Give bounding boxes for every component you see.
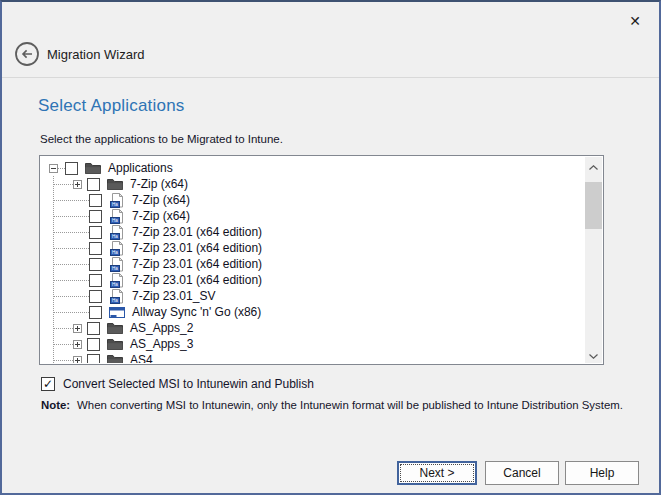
folder-icon — [107, 337, 123, 352]
tree-row[interactable]: AS4 — [41, 352, 585, 363]
back-arrow-icon — [14, 55, 40, 70]
msi-icon: Ha — [109, 225, 125, 240]
msi-icon: Ha — [109, 257, 125, 272]
msi-icon: Ha — [109, 289, 125, 304]
tree-item-label: 7-Zip 23.01 (x64 edition) — [132, 225, 262, 239]
tree-row[interactable]: AS_Apps_3 — [41, 336, 585, 352]
app-icon — [109, 305, 125, 320]
tree-checkbox[interactable] — [89, 274, 102, 287]
tree-item-label: 7-Zip (x64) — [130, 177, 188, 191]
expand-toggle-icon[interactable] — [73, 340, 82, 349]
tree-connector — [54, 344, 73, 345]
svg-text:Ha: Ha — [112, 298, 118, 303]
tree-item-label: 7-Zip 23.01 (x64 edition) — [132, 241, 262, 255]
msi-icon: Ha — [109, 193, 125, 208]
convert-option-row: ✓ Convert Selected MSI to Intunewin and … — [41, 377, 314, 391]
tree-connector — [54, 200, 89, 201]
tree-connector — [54, 232, 89, 233]
tree-item-label: AS4 — [130, 353, 153, 363]
tree-row[interactable]: Ha7-Zip 23.01 (x64 edition) — [41, 224, 585, 240]
convert-checkbox[interactable]: ✓ — [41, 377, 55, 391]
tree-item-label: Applications — [108, 161, 173, 175]
msi-icon: Ha — [109, 273, 125, 288]
tree-connector — [54, 328, 73, 329]
tree-item-label: AS_Apps_3 — [130, 337, 193, 351]
svg-text:Ha: Ha — [112, 218, 118, 223]
tree-item-label: 7-Zip (x64) — [132, 209, 190, 223]
applications-tree: Applications7-Zip (x64)Ha7-Zip (x64)Ha7-… — [41, 157, 585, 363]
tree-row[interactable]: Ha7-Zip (x64) — [41, 208, 585, 224]
tree-checkbox[interactable] — [89, 194, 102, 207]
tree-row[interactable]: Applications — [41, 160, 585, 176]
cancel-button[interactable]: Cancel — [485, 461, 559, 485]
next-button[interactable]: Next > — [397, 461, 477, 485]
tree-checkbox[interactable] — [87, 354, 100, 364]
tree-checkbox[interactable] — [89, 306, 102, 319]
tree-connector — [54, 264, 89, 265]
vertical-scrollbar[interactable] — [585, 157, 602, 363]
collapse-toggle-icon[interactable] — [49, 164, 58, 173]
msi-icon: Ha — [109, 209, 125, 224]
tree-checkbox[interactable] — [87, 322, 100, 335]
applications-tree-listbox: Applications7-Zip (x64)Ha7-Zip (x64)Ha7-… — [39, 155, 604, 365]
tree-checkbox[interactable] — [87, 178, 100, 191]
tree-checkbox[interactable] — [89, 258, 102, 271]
scroll-up-button[interactable] — [585, 157, 602, 174]
help-button[interactable]: Help — [565, 461, 639, 485]
svg-text:Ha: Ha — [112, 250, 118, 255]
tree-checkbox[interactable] — [89, 210, 102, 223]
tree-checkbox[interactable] — [89, 226, 102, 239]
note-text: Note:When converting MSI to Intunewin, o… — [41, 399, 623, 411]
expand-toggle-icon[interactable] — [73, 180, 82, 189]
svg-text:Ha: Ha — [112, 202, 118, 207]
note-label: Note: — [41, 399, 70, 411]
tree-row[interactable]: Allway Sync 'n' Go (x86) — [41, 304, 585, 320]
back-button[interactable] — [14, 41, 40, 67]
tree-connector — [54, 248, 89, 249]
tree-checkbox[interactable] — [89, 290, 102, 303]
tree-connector — [54, 360, 73, 361]
svg-text:Ha: Ha — [112, 266, 118, 271]
svg-text:Ha: Ha — [112, 234, 118, 239]
tree-row[interactable]: Ha7-Zip 23.01_SV — [41, 288, 585, 304]
migration-wizard-window: ✕ Migration Wizard Select Applications S… — [0, 0, 661, 495]
tree-row[interactable]: Ha7-Zip 23.01 (x64 edition) — [41, 256, 585, 272]
chevron-down-icon — [589, 347, 598, 362]
wizard-title: Migration Wizard — [47, 47, 145, 62]
convert-checkbox-label: Convert Selected MSI to Intunewin and Pu… — [63, 377, 314, 391]
expand-toggle-icon[interactable] — [73, 324, 82, 333]
msi-icon: Ha — [109, 241, 125, 256]
tree-rows: Applications7-Zip (x64)Ha7-Zip (x64)Ha7-… — [41, 160, 585, 363]
svg-text:Ha: Ha — [112, 282, 118, 287]
tree-row[interactable]: Ha7-Zip 23.01 (x64 edition) — [41, 240, 585, 256]
note-body: When converting MSI to Intunewin, only t… — [77, 399, 623, 411]
tree-connector — [54, 216, 89, 217]
folder-icon — [85, 161, 101, 176]
folder-icon — [107, 353, 123, 364]
expand-toggle-icon[interactable] — [73, 356, 82, 364]
tree-checkbox[interactable] — [89, 242, 102, 255]
tree-row[interactable]: Ha7-Zip 23.01 (x64 edition) — [41, 272, 585, 288]
folder-icon — [107, 177, 123, 192]
tree-item-label: 7-Zip 23.01 (x64 edition) — [132, 273, 262, 287]
tree-row[interactable]: Ha7-Zip (x64) — [41, 192, 585, 208]
tree-connector — [54, 312, 89, 313]
tree-item-label: 7-Zip (x64) — [132, 193, 190, 207]
tree-item-label: 7-Zip 23.01 (x64 edition) — [132, 257, 262, 271]
close-icon[interactable]: ✕ — [623, 10, 647, 32]
tree-row[interactable]: AS_Apps_2 — [41, 320, 585, 336]
tree-connector — [54, 280, 89, 281]
page-title: Select Applications — [38, 96, 185, 116]
scrollbar-thumb[interactable] — [585, 182, 602, 229]
tree-connector — [54, 184, 73, 185]
scroll-down-button[interactable] — [585, 346, 602, 363]
header-divider — [2, 77, 659, 78]
tree-row[interactable]: 7-Zip (x64) — [41, 176, 585, 192]
tree-item-label: AS_Apps_2 — [130, 321, 193, 335]
instruction-text: Select the applications to be Migrated t… — [40, 133, 283, 145]
chevron-up-icon — [589, 158, 598, 173]
tree-checkbox[interactable] — [65, 162, 78, 175]
tree-item-label: 7-Zip 23.01_SV — [132, 289, 215, 303]
tree-checkbox[interactable] — [87, 338, 100, 351]
folder-icon — [107, 321, 123, 336]
